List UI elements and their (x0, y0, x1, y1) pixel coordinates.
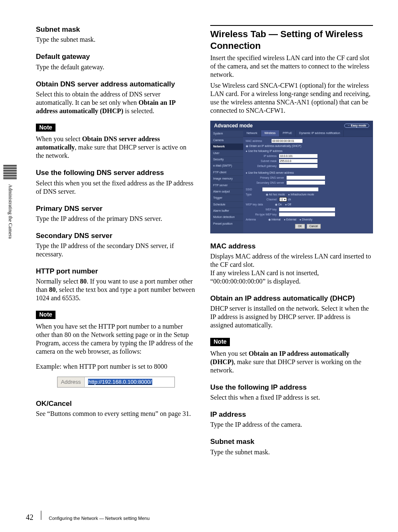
radio-wep-off[interactable]: Off (285, 203, 291, 206)
footer-crumb: Configuring the Network — Network settin… (49, 516, 150, 521)
sidebar-item-preset[interactable]: Preset position (211, 220, 243, 227)
radio-adhoc[interactable]: Ad hoc mode (266, 193, 285, 196)
wkey2-label: Re-type WEP key (246, 213, 279, 216)
radio-infra[interactable]: Infrastructure mode (288, 193, 314, 196)
ui-title: Advanced mode (214, 123, 253, 129)
ui-sidebar: System Camera Network User Security e-Ma… (211, 130, 243, 233)
heading-ip: IP address (210, 410, 373, 419)
ui-header: Advanced mode → Easy mode (211, 121, 373, 130)
tab-wireless[interactable]: Wireless (261, 130, 280, 136)
para: Select this to obtain the address of DNS… (36, 90, 196, 115)
wkey-input[interactable] (279, 208, 335, 211)
footer: 42 Configuring the Network — Network set… (26, 511, 150, 522)
ch-label: Channel (246, 198, 279, 201)
para: Type the IP address of the primary DNS s… (36, 215, 196, 223)
ip-input[interactable]: 10.0.0.101 (279, 154, 317, 158)
url-text: http://192.168.0.100:8000/ (88, 379, 152, 385)
heading-secondary-dns: Secondary DNS server (36, 231, 196, 240)
para: Displays MAC address of the wireless LAN… (210, 252, 373, 269)
ssid-input[interactable] (262, 187, 318, 191)
radio-dhcp[interactable]: Obtain an IP address automatically (DHCP… (246, 144, 301, 148)
tab-dynamic-ip[interactable]: Dynamic IP address notification (296, 130, 344, 136)
ui-main: Network Wireless PPPoE Dynamic IP addres… (243, 130, 373, 233)
sm-input[interactable]: 255.0.0.0 (279, 159, 317, 163)
sidebar-item-schedule[interactable]: Schedule (211, 201, 243, 208)
text: Normally select (36, 278, 80, 285)
sidebar-item-alarm-output[interactable]: Alarm output (211, 188, 243, 195)
ip-label: IP address (246, 155, 279, 158)
para: Type the default gateway. (36, 63, 196, 71)
ok-button[interactable]: OK (295, 224, 305, 229)
sidebar-item-smtp[interactable]: e-Mail (SMTP) (211, 162, 243, 169)
heading-obtain-dns: Obtain DNS server address automatically (36, 80, 196, 89)
radio-wep-on[interactable]: On (275, 203, 282, 206)
footer-divider (41, 511, 41, 520)
sidebar-item-trigger[interactable]: Trigger (211, 195, 243, 201)
section-title: Wireless Tab — Setting of Wireless Conne… (210, 25, 373, 51)
type-label: Type (246, 193, 262, 196)
dns2-input[interactable] (287, 181, 325, 185)
sidebar-item-ftpclient[interactable]: FTP client (211, 169, 243, 175)
sidebar-item-image-memory[interactable]: Image memory (211, 175, 243, 182)
heading-ok-cancel: OK/Cancel (36, 399, 196, 408)
heading-http-port: HTTP port number (36, 267, 196, 276)
text: , select the text box and type a port nu… (36, 286, 195, 301)
sidebar-item-user[interactable]: User (211, 150, 243, 156)
decorative-bars (3, 165, 17, 180)
left-column: Subnet mask Type the subnet mask. Defaul… (36, 25, 196, 459)
sidebar-item-motion[interactable]: Motion detection (211, 214, 243, 220)
heading-use-ip: Use the following IP address (210, 383, 373, 392)
text: is selected. (123, 107, 154, 114)
address-label: Address (58, 377, 85, 387)
easy-mode-button[interactable]: → Easy mode (344, 124, 369, 128)
sidebar-item-camera[interactable]: Camera (211, 137, 243, 143)
para: Select this when a fixed IP address is s… (210, 393, 373, 402)
heading-subnet2: Subnet mask (210, 437, 373, 446)
sidebar-item-security[interactable]: Security (211, 156, 243, 162)
ssid-label: SSID (246, 188, 262, 191)
ant-label: Antenna (246, 218, 265, 221)
bold: 80 (80, 278, 87, 285)
heading-use-dns: Use the following DNS server address (36, 168, 196, 177)
wkey2-input[interactable] (279, 213, 335, 216)
cancel-button[interactable]: Cancel (307, 224, 321, 229)
ch-select[interactable]: 11 ▾ (279, 197, 287, 202)
text: When you select (36, 135, 82, 142)
para: DHCP server is installed on the network.… (210, 304, 373, 329)
heading-dhcp: Obtain an IP address automatically (DHCP… (210, 294, 373, 303)
heading-subnet: Subnet mask (36, 25, 196, 34)
tab-network[interactable]: Network (243, 130, 261, 136)
chapter-label: Administrating the Camera (7, 184, 13, 239)
radio-ant-external[interactable]: External (284, 218, 297, 221)
para: Type the subnet mask. (36, 35, 196, 44)
radio-ant-internal[interactable]: Internal (268, 218, 281, 221)
mac-label: MAC address (246, 139, 272, 143)
wkey-label: WEP key (246, 208, 279, 211)
radio-use-ip[interactable]: Use the following IP address (246, 149, 282, 153)
heading-primary-dns: Primary DNS server (36, 204, 196, 213)
para: When you set Obtain an IP address automa… (210, 350, 373, 375)
ui-tabs: Network Wireless PPPoE Dynamic IP addres… (243, 130, 373, 137)
radio-use-dns[interactable]: Use the following DNS server address (246, 171, 294, 175)
para: Type the IP address of the secondary DNS… (36, 242, 196, 258)
radio-ant-diversity[interactable]: Diversity (300, 218, 312, 221)
para: Example: when HTTP port number is set to… (36, 362, 196, 371)
address-bar: Address http://192.168.0.100:8000/ (57, 377, 175, 388)
document-page: Administrating the Camera Subnet mask Ty… (0, 0, 398, 532)
side-strip: Administrating the Camera (3, 165, 17, 239)
sidebar-item-system[interactable]: System (211, 130, 243, 137)
para: See “Buttons common to every setting men… (36, 410, 196, 418)
sidebar-item-alarm-buffer[interactable]: Alarm buffer (211, 208, 243, 214)
tab-pppoe[interactable]: PPPoE (280, 130, 296, 136)
para: If any wireless LAN card is not inserted… (210, 269, 373, 286)
dns1-input[interactable] (287, 176, 325, 180)
para: Use Wireless card SNCA-CFW1 (optional) f… (210, 81, 373, 115)
sidebar-item-network[interactable]: Network (211, 143, 243, 149)
text: When you set (210, 350, 249, 357)
mac-value: 00:80:00:00:00:01 (272, 139, 302, 143)
heading-gateway: Default gateway (36, 52, 196, 61)
para: Type the IP address of the camera. (210, 421, 373, 429)
sidebar-item-ftpserver[interactable]: FTP server (211, 182, 243, 188)
gw-input[interactable] (279, 164, 317, 168)
ch-value: 11 (280, 198, 283, 201)
